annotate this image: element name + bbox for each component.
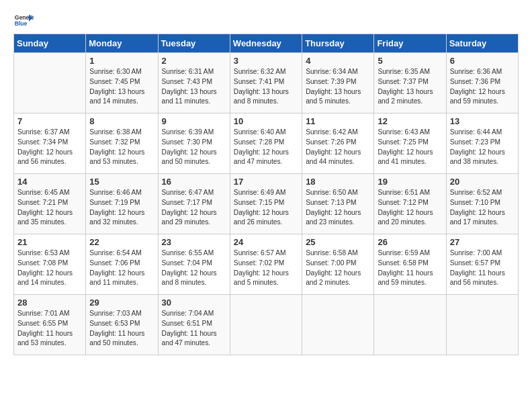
calendar-cell: 26Sunrise: 6:59 AMSunset: 6:58 PMDayligh… xyxy=(374,234,446,295)
calendar-cell: 7Sunrise: 6:37 AMSunset: 7:34 PMDaylight… xyxy=(14,113,86,174)
day-number: 11 xyxy=(306,116,370,126)
calendar-cell: 9Sunrise: 6:39 AMSunset: 7:30 PMDaylight… xyxy=(158,113,230,174)
day-number: 8 xyxy=(89,116,154,126)
day-number: 14 xyxy=(17,177,82,187)
calendar-cell: 15Sunrise: 6:46 AMSunset: 7:19 PMDayligh… xyxy=(86,174,158,234)
calendar-cell: 1Sunrise: 6:30 AMSunset: 7:45 PMDaylight… xyxy=(86,53,158,113)
day-info: Sunrise: 6:58 AMSunset: 7:00 PMDaylight:… xyxy=(306,248,370,288)
calendar-cell: 17Sunrise: 6:49 AMSunset: 7:15 PMDayligh… xyxy=(230,174,302,234)
day-number: 12 xyxy=(378,116,442,126)
day-info: Sunrise: 6:53 AMSunset: 7:08 PMDaylight:… xyxy=(17,248,82,288)
day-info: Sunrise: 6:38 AMSunset: 7:32 PMDaylight:… xyxy=(89,128,154,167)
day-number: 18 xyxy=(306,177,370,187)
calendar-cell xyxy=(230,295,302,355)
weekday-header-friday: Friday xyxy=(374,34,446,53)
calendar-cell: 28Sunrise: 7:01 AMSunset: 6:55 PMDayligh… xyxy=(14,295,86,355)
calendar-cell xyxy=(446,295,518,355)
day-info: Sunrise: 6:55 AMSunset: 7:04 PMDaylight:… xyxy=(162,248,226,288)
day-number: 13 xyxy=(450,116,515,126)
day-number: 2 xyxy=(162,56,226,66)
weekday-header-tuesday: Tuesday xyxy=(158,34,230,53)
calendar-cell: 12Sunrise: 6:43 AMSunset: 7:25 PMDayligh… xyxy=(374,113,446,174)
calendar-cell xyxy=(374,295,446,355)
logo-icon: General Blue xyxy=(13,13,34,27)
day-number: 22 xyxy=(89,237,154,247)
day-number: 20 xyxy=(450,177,515,187)
day-number: 27 xyxy=(450,237,515,247)
day-info: Sunrise: 6:34 AMSunset: 7:39 PMDaylight:… xyxy=(306,67,370,107)
calendar-cell: 29Sunrise: 7:03 AMSunset: 6:53 PMDayligh… xyxy=(86,295,158,355)
calendar-cell: 18Sunrise: 6:50 AMSunset: 7:13 PMDayligh… xyxy=(302,174,374,234)
day-info: Sunrise: 7:04 AMSunset: 6:51 PMDaylight:… xyxy=(162,309,226,349)
day-info: Sunrise: 6:52 AMSunset: 7:10 PMDaylight:… xyxy=(450,188,515,228)
day-number: 19 xyxy=(378,177,442,187)
day-number: 24 xyxy=(234,237,298,247)
day-number: 6 xyxy=(450,56,515,66)
day-info: Sunrise: 6:35 AMSunset: 7:37 PMDaylight:… xyxy=(378,67,442,107)
day-info: Sunrise: 6:59 AMSunset: 6:58 PMDaylight:… xyxy=(378,248,442,288)
day-number: 21 xyxy=(17,237,82,247)
day-info: Sunrise: 6:45 AMSunset: 7:21 PMDaylight:… xyxy=(17,188,82,228)
day-number: 15 xyxy=(89,177,154,187)
calendar-cell: 16Sunrise: 6:47 AMSunset: 7:17 PMDayligh… xyxy=(158,174,230,234)
day-number: 23 xyxy=(162,237,226,247)
calendar-cell: 5Sunrise: 6:35 AMSunset: 7:37 PMDaylight… xyxy=(374,53,446,113)
day-number: 7 xyxy=(17,116,82,126)
day-info: Sunrise: 7:01 AMSunset: 6:55 PMDaylight:… xyxy=(17,309,82,349)
day-info: Sunrise: 6:47 AMSunset: 7:17 PMDaylight:… xyxy=(162,188,226,228)
weekday-header-wednesday: Wednesday xyxy=(230,34,302,53)
calendar-cell xyxy=(302,295,374,355)
weekday-header-sunday: Sunday xyxy=(14,34,86,53)
day-info: Sunrise: 7:00 AMSunset: 6:57 PMDaylight:… xyxy=(450,248,515,288)
weekday-header-thursday: Thursday xyxy=(302,34,374,53)
day-info: Sunrise: 6:54 AMSunset: 7:06 PMDaylight:… xyxy=(89,248,154,288)
day-info: Sunrise: 6:51 AMSunset: 7:12 PMDaylight:… xyxy=(378,188,442,228)
calendar-cell: 10Sunrise: 6:40 AMSunset: 7:28 PMDayligh… xyxy=(230,113,302,174)
weekday-header-monday: Monday xyxy=(86,34,158,53)
day-number: 28 xyxy=(17,298,82,308)
day-info: Sunrise: 6:39 AMSunset: 7:30 PMDaylight:… xyxy=(162,128,226,167)
day-info: Sunrise: 6:30 AMSunset: 7:45 PMDaylight:… xyxy=(89,67,154,107)
day-number: 26 xyxy=(378,237,442,247)
day-number: 29 xyxy=(89,298,154,308)
calendar-cell: 23Sunrise: 6:55 AMSunset: 7:04 PMDayligh… xyxy=(158,234,230,295)
day-info: Sunrise: 6:40 AMSunset: 7:28 PMDaylight:… xyxy=(234,128,298,167)
calendar-cell: 19Sunrise: 6:51 AMSunset: 7:12 PMDayligh… xyxy=(374,174,446,234)
day-info: Sunrise: 7:03 AMSunset: 6:53 PMDaylight:… xyxy=(89,309,154,349)
day-number: 5 xyxy=(378,56,442,66)
day-number: 4 xyxy=(306,56,370,66)
calendar-cell: 27Sunrise: 7:00 AMSunset: 6:57 PMDayligh… xyxy=(446,234,518,295)
svg-text:Blue: Blue xyxy=(15,20,28,27)
calendar-cell: 11Sunrise: 6:42 AMSunset: 7:26 PMDayligh… xyxy=(302,113,374,174)
calendar-cell xyxy=(14,53,86,113)
calendar-cell: 13Sunrise: 6:44 AMSunset: 7:23 PMDayligh… xyxy=(446,113,518,174)
day-number: 30 xyxy=(162,298,226,308)
calendar-cell: 30Sunrise: 7:04 AMSunset: 6:51 PMDayligh… xyxy=(158,295,230,355)
day-info: Sunrise: 6:46 AMSunset: 7:19 PMDaylight:… xyxy=(89,188,154,228)
day-number: 17 xyxy=(234,177,298,187)
calendar-table: SundayMondayTuesdayWednesdayThursdayFrid… xyxy=(13,34,519,355)
page-header: General Blue xyxy=(13,13,519,27)
calendar-cell: 20Sunrise: 6:52 AMSunset: 7:10 PMDayligh… xyxy=(446,174,518,234)
day-info: Sunrise: 6:49 AMSunset: 7:15 PMDaylight:… xyxy=(234,188,298,228)
calendar-cell: 25Sunrise: 6:58 AMSunset: 7:00 PMDayligh… xyxy=(302,234,374,295)
calendar-cell: 24Sunrise: 6:57 AMSunset: 7:02 PMDayligh… xyxy=(230,234,302,295)
calendar-cell: 3Sunrise: 6:32 AMSunset: 7:41 PMDaylight… xyxy=(230,53,302,113)
day-info: Sunrise: 6:36 AMSunset: 7:36 PMDaylight:… xyxy=(450,67,515,107)
day-number: 3 xyxy=(234,56,298,66)
day-info: Sunrise: 6:37 AMSunset: 7:34 PMDaylight:… xyxy=(17,128,82,167)
day-info: Sunrise: 6:32 AMSunset: 7:41 PMDaylight:… xyxy=(234,67,298,107)
day-number: 25 xyxy=(306,237,370,247)
day-number: 10 xyxy=(234,116,298,126)
calendar-cell: 21Sunrise: 6:53 AMSunset: 7:08 PMDayligh… xyxy=(14,234,86,295)
day-info: Sunrise: 6:50 AMSunset: 7:13 PMDaylight:… xyxy=(306,188,370,228)
weekday-header-saturday: Saturday xyxy=(446,34,518,53)
calendar-cell: 2Sunrise: 6:31 AMSunset: 7:43 PMDaylight… xyxy=(158,53,230,113)
day-number: 9 xyxy=(162,116,226,126)
logo-area: General Blue xyxy=(13,13,38,27)
day-info: Sunrise: 6:44 AMSunset: 7:23 PMDaylight:… xyxy=(450,128,515,167)
day-info: Sunrise: 6:57 AMSunset: 7:02 PMDaylight:… xyxy=(234,248,298,288)
calendar-cell: 4Sunrise: 6:34 AMSunset: 7:39 PMDaylight… xyxy=(302,53,374,113)
day-number: 16 xyxy=(162,177,226,187)
day-info: Sunrise: 6:31 AMSunset: 7:43 PMDaylight:… xyxy=(162,67,226,107)
